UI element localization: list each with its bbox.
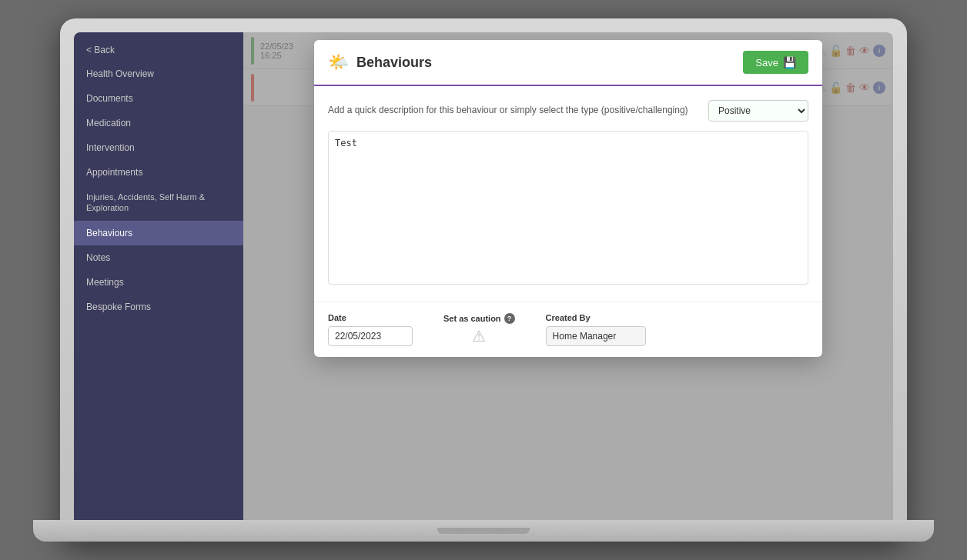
modal-body: Add a quick description for this behavio… <box>314 86 822 302</box>
sidebar-item-injuries[interactable]: Injuries, Accidents, Self Harm & Explora… <box>74 185 243 221</box>
created-by-label: Created By <box>546 313 646 322</box>
laptop-shell: < Back Health Overview Documents Medicat… <box>60 18 907 542</box>
behaviours-modal: 🌤️ Behaviours Save 💾 Add a quick d <box>314 40 822 357</box>
caution-triangle-icon[interactable]: ⚠ <box>472 327 486 345</box>
modal-title-area: 🌤️ Behaviours <box>328 52 432 72</box>
sidebar-item-medication[interactable]: Medication <box>74 111 243 135</box>
screen: < Back Health Overview Documents Medicat… <box>74 32 893 520</box>
caution-field: Set as caution ? ⚠ <box>443 313 515 345</box>
sidebar: < Back Health Overview Documents Medicat… <box>74 32 243 520</box>
caution-label-row: Set as caution ? <box>443 313 515 324</box>
sidebar-item-intervention[interactable]: Intervention <box>74 135 243 160</box>
behaviour-textarea[interactable]: Test <box>328 131 808 285</box>
sidebar-item-meetings[interactable]: Meetings <box>74 270 243 295</box>
save-button[interactable]: Save 💾 <box>743 51 808 74</box>
created-by-field: Created By Home Manager <box>546 313 646 346</box>
modal-overlay: 🌤️ Behaviours Save 💾 Add a quick d <box>243 32 893 520</box>
description-hint: Add a quick description for this behavio… <box>328 100 699 115</box>
created-by-value: Home Manager <box>546 326 646 346</box>
sidebar-item-bespoke-forms[interactable]: Bespoke Forms <box>74 295 243 319</box>
modal-header: 🌤️ Behaviours Save 💾 <box>314 40 822 86</box>
main-area: 22/05/23 16:25 Positive Test ⚠ 🔓 🗑 👁 i <box>243 32 893 520</box>
back-button[interactable]: < Back <box>74 38 243 62</box>
laptop-notch <box>437 528 530 534</box>
modal-title: Behaviours <box>356 55 432 71</box>
laptop-base <box>33 520 934 542</box>
caution-label: Set as caution <box>443 314 501 323</box>
sidebar-item-notes[interactable]: Notes <box>74 245 243 270</box>
type-row: Add a quick description for this behavio… <box>328 100 808 122</box>
sidebar-item-documents[interactable]: Documents <box>74 86 243 111</box>
save-label: Save <box>755 57 778 68</box>
date-field: Date <box>328 313 413 346</box>
help-icon[interactable]: ? <box>504 313 515 324</box>
sidebar-item-health-overview[interactable]: Health Overview <box>74 62 243 86</box>
modal-footer: Date Set as caution ? ⚠ <box>314 302 822 357</box>
screen-content: < Back Health Overview Documents Medicat… <box>74 32 893 520</box>
save-icon: 💾 <box>783 56 796 68</box>
date-label: Date <box>328 313 413 322</box>
sidebar-item-behaviours[interactable]: Behaviours <box>74 221 243 245</box>
type-select[interactable]: Positive Challenging <box>708 100 808 122</box>
behaviours-icon: 🌤️ <box>328 52 349 72</box>
sidebar-item-appointments[interactable]: Appointments <box>74 160 243 185</box>
date-input[interactable] <box>328 326 413 346</box>
